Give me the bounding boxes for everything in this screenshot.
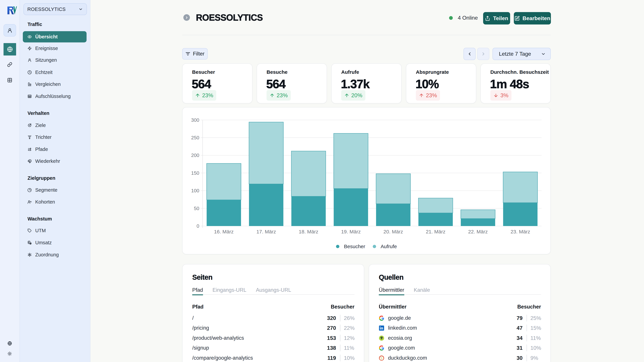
svg-text:200: 200 bbox=[191, 153, 199, 158]
svg-text:19. März: 19. März bbox=[341, 229, 361, 234]
svg-text:250: 250 bbox=[191, 135, 199, 140]
svg-text:20. März: 20. März bbox=[384, 229, 403, 234]
svg-text:300: 300 bbox=[191, 117, 199, 123]
svg-text:50: 50 bbox=[194, 206, 199, 211]
svg-text:22. März: 22. März bbox=[468, 229, 488, 234]
svg-text:23. März: 23. März bbox=[510, 229, 530, 234]
svg-text:18. März: 18. März bbox=[299, 229, 318, 234]
svg-text:16. März: 16. März bbox=[214, 229, 234, 234]
svg-text:0: 0 bbox=[196, 223, 199, 229]
svg-text:17. März: 17. März bbox=[256, 229, 276, 234]
svg-text:21. März: 21. März bbox=[426, 229, 446, 234]
svg-text:150: 150 bbox=[191, 170, 199, 176]
svg-text:100: 100 bbox=[191, 188, 199, 193]
